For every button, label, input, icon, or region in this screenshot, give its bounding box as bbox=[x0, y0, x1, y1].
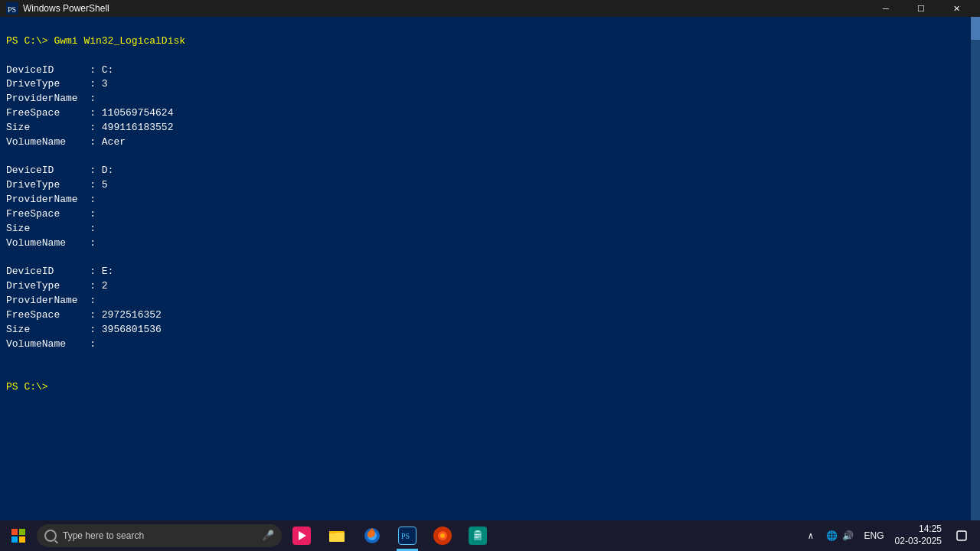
media-player-icon bbox=[292, 527, 311, 545]
app5-icon bbox=[433, 527, 452, 545]
app6-icon bbox=[469, 527, 487, 545]
taskbar-app-5[interactable] bbox=[426, 520, 459, 551]
disk-d-volume-name-label: VolumeName bbox=[6, 237, 90, 249]
disk-c-device-id-label: DeviceID bbox=[6, 64, 90, 76]
svg-point-14 bbox=[440, 533, 445, 538]
titlebar-title: Windows PowerShell bbox=[23, 3, 109, 14]
powershell-icon: PS bbox=[6, 2, 18, 15]
maximize-button[interactable]: ☐ bbox=[903, 0, 939, 17]
svg-rect-2 bbox=[11, 529, 18, 535]
svg-rect-17 bbox=[475, 534, 481, 535]
disk-e-drive-type-label: DriveType bbox=[6, 280, 90, 292]
disk-d-provider-name-value: : bbox=[90, 194, 96, 205]
disk-d-size-value: : bbox=[90, 223, 96, 234]
language-button[interactable]: ENG bbox=[861, 530, 887, 541]
disk-d-device-id-value: : D: bbox=[90, 165, 113, 176]
disk-e-device-id-label: DeviceID bbox=[6, 266, 90, 277]
svg-rect-4 bbox=[11, 536, 18, 543]
search-icon bbox=[44, 530, 57, 542]
prompt-line: PS C:\> bbox=[6, 381, 48, 393]
command-line: PS C:\> Gwmi Win32_LogicalDisk bbox=[6, 35, 185, 47]
svg-rect-19 bbox=[475, 537, 479, 538]
search-placeholder: Type here to search bbox=[63, 530, 256, 541]
notification-button[interactable] bbox=[949, 520, 974, 551]
disk-e-provider-name-value: : bbox=[90, 295, 96, 306]
disk-c-provider-name-label: ProviderName bbox=[6, 93, 90, 104]
minimize-button[interactable]: ─ bbox=[868, 0, 903, 17]
tray-expand-icon: ∧ bbox=[808, 530, 813, 542]
scrollbar-thumb[interactable] bbox=[971, 17, 980, 40]
disk-e-size-label: Size bbox=[6, 324, 90, 335]
disk-d-size-label: Size bbox=[6, 223, 90, 234]
terminal-content: PS C:\> Gwmi Win32_LogicalDisk DeviceID … bbox=[6, 20, 974, 409]
disk-e-device-id-value: : E: bbox=[90, 266, 113, 277]
disk-c-free-space-value: : 110569754624 bbox=[90, 107, 173, 119]
disk-c-device-id-value: : C: bbox=[90, 64, 113, 76]
disk-d-drive-type-label: DriveType bbox=[6, 179, 90, 191]
svg-rect-18 bbox=[475, 536, 481, 536]
titlebar: PS Windows PowerShell ─ ☐ ✕ bbox=[0, 0, 980, 17]
disk-c-drive-type-value: : 3 bbox=[90, 78, 107, 90]
disk-c-size-label: Size bbox=[6, 122, 90, 133]
disk-e-volume-name-value: : bbox=[90, 338, 96, 350]
taskbar-app-file-explorer[interactable] bbox=[320, 520, 354, 551]
firefox-icon bbox=[363, 527, 381, 545]
mic-icon[interactable]: 🎤 bbox=[262, 530, 274, 542]
taskbar-app-media-player[interactable] bbox=[285, 520, 318, 551]
system-tray: ∧ 🌐 🔊 ENG 14:25 02-03-2025 bbox=[803, 520, 980, 551]
disk-e-provider-name-label: ProviderName bbox=[6, 295, 90, 306]
windows-icon bbox=[11, 529, 25, 543]
search-bar[interactable]: Type here to search 🎤 bbox=[37, 524, 282, 547]
taskbar-app-6[interactable] bbox=[461, 520, 495, 551]
scrollbar[interactable] bbox=[971, 17, 980, 520]
disk-e-drive-type-value: : 2 bbox=[90, 280, 107, 292]
svg-text:PS: PS bbox=[401, 532, 410, 540]
titlebar-left: PS Windows PowerShell bbox=[6, 2, 109, 15]
svg-rect-3 bbox=[19, 529, 25, 535]
tray-expand[interactable]: ∧ bbox=[803, 530, 818, 542]
tray-date: 02-03-2025 bbox=[895, 536, 942, 548]
start-button[interactable] bbox=[0, 520, 37, 551]
file-explorer-icon bbox=[328, 527, 346, 545]
svg-rect-20 bbox=[957, 531, 966, 540]
disk-d-free-space-label: FreeSpace bbox=[6, 208, 90, 220]
disk-d-volume-name-value: : bbox=[90, 237, 96, 249]
network-icon: 🌐 bbox=[826, 530, 838, 542]
disk-c-volume-name-value: : Acer bbox=[90, 136, 126, 148]
svg-text:PS: PS bbox=[8, 5, 16, 14]
close-button[interactable]: ✕ bbox=[939, 0, 974, 17]
speaker-icon: 🔊 bbox=[842, 530, 854, 542]
disk-d-free-space-value: : bbox=[90, 208, 96, 220]
disk-c-size-value: : 499116183552 bbox=[90, 122, 173, 133]
taskbar: Type here to search 🎤 bbox=[0, 520, 980, 551]
taskbar-apps: PS bbox=[285, 520, 495, 551]
terminal-window[interactable]: PS C:\> Gwmi Win32_LogicalDisk DeviceID … bbox=[0, 17, 980, 520]
taskbar-app-firefox[interactable] bbox=[355, 520, 389, 551]
disk-e-volume-name-label: VolumeName bbox=[6, 338, 90, 350]
taskbar-app-powershell[interactable]: PS bbox=[390, 520, 424, 551]
powershell-taskbar-icon: PS bbox=[398, 527, 416, 545]
clock[interactable]: 14:25 02-03-2025 bbox=[890, 522, 946, 549]
disk-e-free-space-label: FreeSpace bbox=[6, 309, 90, 321]
disk-c-provider-name-value: : bbox=[90, 93, 96, 104]
disk-e-size-value: : 3956801536 bbox=[90, 324, 162, 335]
disk-d-drive-type-value: : 5 bbox=[90, 179, 107, 191]
disk-d-device-id-label: DeviceID bbox=[6, 165, 90, 176]
disk-c-drive-type-label: DriveType bbox=[6, 78, 90, 90]
titlebar-controls: ─ ☐ ✕ bbox=[868, 0, 974, 17]
disk-c-volume-name-label: VolumeName bbox=[6, 136, 90, 148]
svg-rect-16 bbox=[475, 530, 480, 532]
svg-rect-8 bbox=[329, 533, 345, 542]
disk-e-free-space-value: : 2972516352 bbox=[90, 309, 162, 321]
svg-marker-6 bbox=[299, 531, 306, 540]
notification-icon bbox=[956, 530, 968, 542]
disk-c-free-space-label: FreeSpace bbox=[6, 107, 90, 119]
svg-rect-5 bbox=[19, 536, 25, 543]
disk-d-provider-name-label: ProviderName bbox=[6, 194, 90, 205]
tray-icons-group[interactable]: 🌐 🔊 bbox=[822, 530, 858, 542]
tray-time: 14:25 bbox=[919, 523, 942, 536]
svg-rect-9 bbox=[329, 531, 336, 533]
